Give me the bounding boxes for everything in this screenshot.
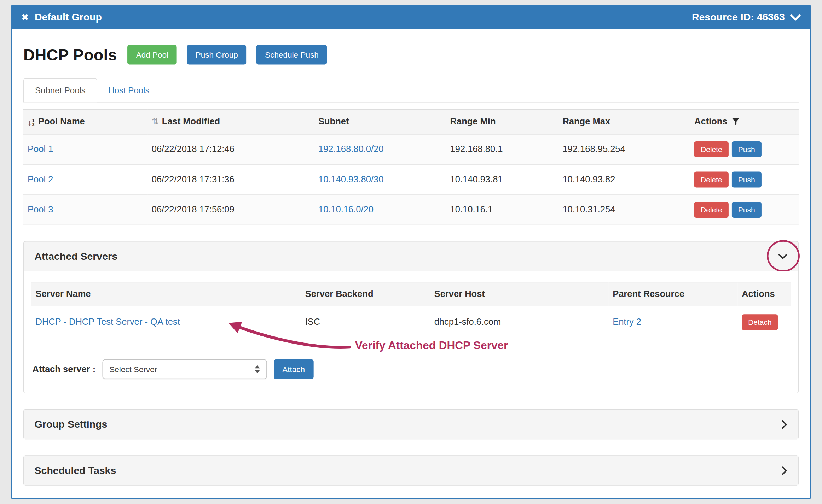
push-pool-button[interactable]: Push	[732, 141, 762, 157]
group-title: Default Group	[35, 12, 102, 23]
server-backend: ISC	[301, 306, 430, 338]
pool-range-max: 192.168.95.254	[558, 134, 690, 165]
pool-subnet-link[interactable]: 10.140.93.80/30	[318, 174, 383, 184]
col-header-range-max: Range Max	[558, 109, 690, 134]
server-select[interactable]: Select Server	[103, 359, 267, 379]
schedule-push-button[interactable]: Schedule Push	[256, 45, 327, 65]
pool-range-min: 10.10.16.1	[446, 195, 558, 225]
collapse-chevron-down-icon[interactable]	[778, 253, 787, 259]
pool-modified: 06/22/2018 17:31:36	[147, 164, 314, 195]
scheduled-tasks-header[interactable]: Scheduled Tasks	[24, 456, 798, 485]
pool-subnet-link[interactable]: 192.168.80.0/20	[318, 144, 383, 154]
push-pool-button[interactable]: Push	[732, 202, 762, 218]
scheduled-tasks-title: Scheduled Tasks	[35, 465, 116, 476]
select-arrows-icon	[255, 365, 260, 373]
pool-subnet-link[interactable]: 10.10.16.0/20	[318, 205, 374, 215]
col-header-server-actions: Actions	[737, 282, 791, 306]
scheduled-tasks-panel: Scheduled Tasks	[23, 455, 799, 486]
resource-id-dropdown[interactable]: Resource ID: 46363	[692, 12, 801, 23]
attached-servers-body: Server Name Server Backend Server Host P…	[24, 271, 798, 393]
page-title: DHCP Pools	[23, 46, 117, 64]
page: ✖ Default Group Resource ID: 46363 DHCP …	[0, 5, 822, 504]
group-header-bar: ✖ Default Group Resource ID: 46363	[12, 6, 810, 29]
col-header-server-name: Server Name	[31, 282, 301, 306]
card-body: DHCP Pools Add Pool Push Group Schedule …	[12, 45, 810, 498]
parent-resource-link[interactable]: Entry 2	[613, 317, 641, 327]
default-group-card: ✖ Default Group Resource ID: 46363 DHCP …	[11, 5, 811, 499]
attach-server-label: Attach server :	[33, 364, 96, 374]
col-header-server-backend: Server Backend	[301, 282, 430, 306]
server-row: DHCP - DHCP Test Server - QA test ISC dh…	[31, 306, 791, 338]
col-header-pool-name[interactable]: ↓ 12 Pool Name	[23, 109, 147, 134]
resource-id-label: Resource ID: 46363	[692, 12, 785, 23]
attached-servers-table: Server Name Server Backend Server Host P…	[31, 282, 791, 338]
pool-tabs: Subnet Pools Host Pools	[23, 78, 799, 103]
toolbar: DHCP Pools Add Pool Push Group Schedule …	[23, 45, 799, 65]
attach-server-row: Attach server : Select Server Attach	[31, 359, 791, 379]
attach-button[interactable]: Attach	[274, 359, 313, 379]
server-name-link[interactable]: DHCP - DHCP Test Server - QA test	[36, 317, 180, 327]
pool-row: Pool 1 06/22/2018 17:12:46 192.168.80.0/…	[23, 134, 799, 165]
pool-row: Pool 3 06/22/2018 17:56:09 10.10.16.0/20…	[23, 195, 799, 225]
col-header-last-modified[interactable]: ⇅Last Modified	[147, 109, 314, 134]
detach-button[interactable]: Detach	[742, 314, 778, 330]
sort-icon: ⇅	[152, 117, 159, 126]
pool-range-min: 192.168.80.1	[446, 134, 558, 165]
attached-servers-title: Attached Servers	[35, 250, 117, 262]
attached-servers-header[interactable]: Attached Servers	[24, 242, 798, 271]
push-pool-button[interactable]: Push	[732, 172, 762, 188]
pool-modified: 06/22/2018 17:56:09	[147, 195, 314, 225]
chevron-right-icon	[781, 420, 787, 429]
delete-pool-button[interactable]: Delete	[694, 172, 729, 188]
group-settings-header[interactable]: Group Settings	[24, 410, 798, 439]
pool-modified: 06/22/2018 17:12:46	[147, 134, 314, 165]
attached-servers-panel: Attached Servers Server Name Server Back…	[23, 241, 799, 393]
pool-name-link[interactable]: Pool 3	[28, 205, 53, 215]
group-settings-title: Group Settings	[35, 418, 108, 430]
sort-numeric-icon: ↓ 12	[28, 118, 34, 127]
pools-header-row: ↓ 12 Pool Name ⇅Last Modified Subnet Ran…	[23, 109, 799, 134]
chevron-down-icon	[790, 14, 801, 21]
tab-host-pools[interactable]: Host Pools	[97, 79, 161, 102]
delete-pool-button[interactable]: Delete	[694, 141, 729, 157]
chevron-right-icon	[781, 466, 787, 475]
col-header-range-min: Range Min	[446, 109, 558, 134]
pool-row: Pool 2 06/22/2018 17:31:36 10.140.93.80/…	[23, 164, 799, 195]
server-host: dhcp1-sfo.6.com	[430, 306, 609, 338]
subnet-pools-table: ↓ 12 Pool Name ⇅Last Modified Subnet Ran…	[23, 109, 799, 225]
pool-range-max: 10.140.93.82	[558, 164, 690, 195]
col-header-subnet: Subnet	[314, 109, 446, 134]
tab-subnet-pools[interactable]: Subnet Pools	[23, 78, 97, 103]
group-settings-panel: Group Settings	[23, 409, 799, 440]
col-header-server-host: Server Host	[430, 282, 609, 306]
col-header-parent-resource: Parent Resource	[608, 282, 737, 306]
close-icon[interactable]: ✖	[21, 13, 29, 22]
pool-range-min: 10.140.93.81	[446, 164, 558, 195]
pool-range-max: 10.10.31.254	[558, 195, 690, 225]
col-header-actions[interactable]: Actions	[690, 109, 799, 134]
server-select-value: Select Server	[109, 365, 157, 374]
pool-name-link[interactable]: Pool 2	[28, 174, 53, 184]
filter-icon	[732, 118, 740, 126]
annotation-text: Verify Attached DHCP Server	[355, 339, 508, 352]
servers-header-row: Server Name Server Backend Server Host P…	[31, 282, 791, 306]
delete-pool-button[interactable]: Delete	[694, 202, 729, 218]
add-pool-button[interactable]: Add Pool	[128, 45, 177, 65]
pool-name-link[interactable]: Pool 1	[28, 144, 53, 154]
push-group-button[interactable]: Push Group	[187, 45, 247, 65]
